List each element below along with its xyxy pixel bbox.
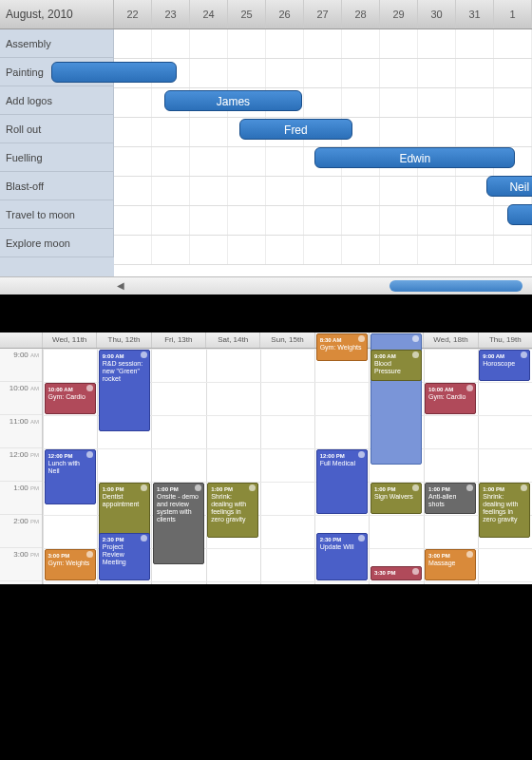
calendar-event[interactable]: 9:00 AMR&D session: new "Green" rocket [99,350,150,431]
scroll-thumb[interactable] [390,280,522,292]
event-title: Massage [428,560,455,566]
gantt-scrollbar[interactable]: ◀ [0,276,532,294]
week-time-label: 1:00 PM [0,482,42,515]
close-icon[interactable] [358,535,365,542]
gantt-chart: August, 2010 222324252627282930311 Assem… [0,0,532,294]
event-time: 10:00 AM [48,386,92,393]
event-time: 9:00 AM [103,352,146,360]
event-time: 8:30 AM [320,336,364,344]
close-icon[interactable] [86,451,93,458]
week-calendar: Wed, 11thThu, 12thFri, 13thSat, 14thSun,… [0,332,532,584]
week-day-header: Sat, 14th [205,332,259,348]
week-time-label: 2:00 PM [0,515,42,548]
event-title: Lunch with Neil [48,460,80,474]
gantt-day-header: 23 [152,0,190,28]
gantt-task-label[interactable]: Travel to moon [0,200,114,229]
close-icon[interactable] [86,551,93,558]
week-day-header: Wed, 11th [42,332,96,348]
gantt-grid[interactable]: JamesFredEdwinNeil [114,29,532,276]
close-icon[interactable] [141,535,147,542]
gantt-day-header: 22 [114,0,152,28]
event-title: Shrink: dealing with feelings in zero gr… [211,493,246,522]
week-body: 9:00 AM10:00 AM11:00 AM12:00 PM1:00 PM2:… [0,349,532,584]
close-icon[interactable] [412,335,419,342]
event-title: Sign Waivers [374,493,413,500]
gantt-bar[interactable]: Edwin [314,147,515,168]
calendar-event[interactable]: 10:00 AMGym: Cardio [425,383,476,414]
week-time-label: 3:00 PM [0,548,42,581]
calendar-event[interactable]: 1:00 PMOnsite - demo and review system w… [153,483,204,564]
calendar-event[interactable]: 1:00 PMDentist appointment [99,483,150,538]
gantt-task-label[interactable]: Assembly [0,29,114,58]
event-title: Gym: Cardio [48,393,86,400]
gantt-task-label[interactable]: Fuelling [0,143,114,172]
event-title: Project Review Meeting [103,543,126,565]
close-icon[interactable] [86,385,93,391]
gantt-bar[interactable] [507,204,532,225]
event-title: Update Will [320,543,354,550]
week-header: Wed, 11thThu, 12thFri, 13thSat, 14thSun,… [0,332,532,349]
gantt-task-label[interactable]: Blast-off [0,172,114,200]
gantt-bar[interactable]: James [164,90,302,111]
calendar-event[interactable]: 9:00 AMBlood Pressure [370,350,422,381]
week-grid[interactable]: 10:00 AMGym: Cardio12:00 PMLunch with Ne… [43,349,532,584]
close-icon[interactable] [358,451,365,458]
event-time: 2:30 PM [320,536,364,543]
calendar-event[interactable]: 1:00 PMShrink: dealing with feelings in … [207,483,258,538]
event-title: Horoscope [483,360,515,367]
close-icon[interactable] [141,484,147,491]
calendar-event[interactable]: 1:00 PMAnti-alien shots [425,483,476,514]
event-time: 3:30 PM [374,569,418,577]
event-title: Blood Pressure [374,360,401,374]
close-icon[interactable] [412,568,419,575]
event-time: 2:30 PM [103,536,146,543]
calendar-event[interactable]: 1:00 PMShrink: dealing with feelings in … [479,483,530,538]
week-time-label: 9:00 AM [0,349,42,382]
calendar-event[interactable]: 3:00 PMGym: Weights [45,549,96,580]
event-title: Gym: Weights [48,560,90,566]
gantt-task-label[interactable]: Add logos [0,86,114,115]
gantt-day-header: 28 [342,0,380,28]
event-title: R&D session: new "Green" rocket [103,360,142,382]
gantt-task-label[interactable]: Explore moon [0,229,114,257]
gantt-day-header: 26 [266,0,304,28]
gantt-day-header: 1 [494,0,532,28]
event-time: 12:00 PM [48,452,92,460]
event-title: Onsite - demo and review system with cli… [157,493,199,522]
gantt-day-header: 31 [456,0,494,28]
event-time: 3:00 PM [48,552,92,560]
gantt-day-header: 30 [418,0,456,28]
calendar-event[interactable]: 3:30 PM [370,566,422,581]
gantt-day-columns: 222324252627282930311 [114,0,532,28]
calendar-event[interactable]: 9:00 AMHoroscope [479,350,530,381]
week-time-label: 10:00 AM [0,382,42,415]
gantt-task-label[interactable]: Roll out [0,115,114,143]
gantt-bar[interactable]: Neil [486,176,532,197]
gantt-day-header: 29 [380,0,418,28]
calendar-event[interactable]: 2:30 PMProject Review Meeting [99,533,150,581]
gantt-body: AssemblyPaintingAdd logosRoll outFuellin… [0,29,532,276]
close-icon[interactable] [412,484,419,491]
calendar-event[interactable]: 12:00 PMFull Medical [316,449,368,514]
close-icon[interactable] [358,335,365,342]
gantt-day-header: 27 [304,0,342,28]
calendar-event[interactable]: 8:30 AMGym: Weights [316,333,368,362]
gantt-bars-layer: JamesFredEdwinNeil [114,29,532,276]
event-title: Shrink: dealing with feelings in zero gr… [483,493,518,522]
event-title: Full Medical [320,460,355,466]
event-title: Anti-alien shots [428,493,456,507]
week-time-label: 12:00 PM [0,448,42,482]
calendar-event[interactable]: 1:00 PMSign Waivers [370,483,422,514]
calendar-event[interactable]: 2:30 PMUpdate Will [316,533,368,581]
calendar-event[interactable]: 10:00 AMGym: Cardio [45,383,96,414]
close-icon[interactable] [412,352,419,358]
gantt-bar[interactable]: Fred [239,119,352,140]
calendar-event[interactable]: 12:00 PMLunch with Neil [45,449,96,504]
event-time: 12:00 PM [320,452,364,460]
gantt-bar[interactable] [51,62,177,83]
gantt-header: August, 2010 222324252627282930311 [0,0,532,29]
event-title: Dentist appointment [103,493,140,507]
scroll-left-arrow-icon[interactable]: ◀ [114,279,127,293]
close-icon[interactable] [141,352,147,358]
calendar-event[interactable]: 3:00 PMMassage [425,549,476,580]
